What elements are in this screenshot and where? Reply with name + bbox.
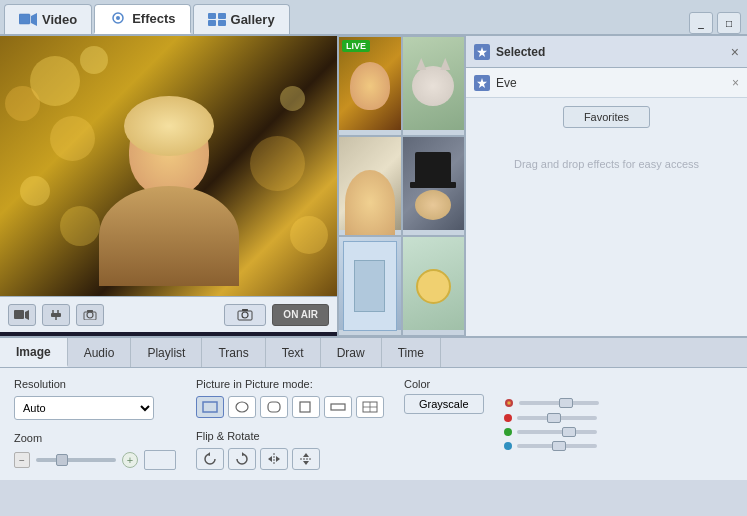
sub-tab-audio[interactable]: Audio: [68, 338, 132, 367]
sub-tab-audio-label: Audio: [84, 346, 115, 360]
tab-gallery[interactable]: Gallery: [193, 4, 290, 34]
bokeh-5: [20, 176, 50, 206]
zoom-plus-button[interactable]: +: [122, 452, 138, 468]
sub-tab-trans-label: Trans: [218, 346, 248, 360]
sub-tab-playlist-label: Playlist: [147, 346, 185, 360]
top-tab-bar: Video Effects Gallery _ □: [0, 0, 747, 36]
sub-tab-text[interactable]: Text: [266, 338, 321, 367]
svg-point-3: [116, 16, 120, 20]
star-icon: [477, 47, 487, 57]
thumb-hat-bg: [403, 137, 465, 230]
color-track-4[interactable]: [517, 444, 597, 448]
svg-rect-25: [300, 402, 310, 412]
selected-item-remove-button[interactable]: ×: [732, 76, 739, 90]
color-thumb-1[interactable]: [559, 398, 573, 408]
video-preview: ON AIR: [0, 36, 337, 336]
pip-grid-button[interactable]: [356, 396, 384, 418]
snapshot-source-button[interactable]: [76, 304, 104, 326]
thumb-hat[interactable]: [402, 136, 466, 236]
on-air-button[interactable]: ON AIR: [272, 304, 329, 326]
sub-tab-time-label: Time: [398, 346, 424, 360]
selected-item-icon: [474, 75, 490, 91]
color-slider-row-4: [504, 442, 599, 450]
source-button[interactable]: [42, 304, 70, 326]
svg-marker-34: [276, 456, 280, 462]
pip-oval-button[interactable]: [228, 396, 256, 418]
tab-effects[interactable]: Effects: [94, 4, 190, 34]
flip-vertical-button[interactable]: [292, 448, 320, 470]
color-track-1[interactable]: [519, 401, 599, 405]
svg-rect-4: [208, 13, 216, 19]
svg-rect-15: [84, 312, 96, 320]
on-air-label: ON AIR: [283, 309, 318, 320]
svg-marker-1: [31, 13, 37, 26]
favorites-button[interactable]: Favorites: [563, 106, 650, 128]
thumb-blonde[interactable]: [338, 136, 402, 236]
pip-group: Picture in Picture mode:: [196, 378, 384, 470]
sub-tab-playlist[interactable]: Playlist: [131, 338, 202, 367]
thumb-blonde-bg: [339, 137, 401, 230]
plug-icon: [49, 310, 63, 320]
blonde-shape: [345, 170, 395, 235]
zoom-label: Zoom: [14, 432, 176, 444]
rotate-cw-button[interactable]: [228, 448, 256, 470]
resolution-select[interactable]: Auto 640x480 1280x720: [14, 396, 154, 420]
cartoon-sun: [416, 269, 451, 304]
color-track-3[interactable]: [517, 430, 597, 434]
svg-rect-5: [218, 13, 226, 19]
flip-horizontal-button[interactable]: [260, 448, 288, 470]
svg-rect-10: [51, 313, 61, 317]
grayscale-button[interactable]: Grayscale: [404, 394, 484, 414]
minimize-button[interactable]: _: [689, 12, 713, 34]
color-thumb-2[interactable]: [547, 413, 561, 423]
webcam-button[interactable]: [8, 304, 36, 326]
color-slider-row-3: [504, 428, 599, 436]
selected-close-button[interactable]: ×: [731, 44, 739, 60]
thumb-cartoon[interactable]: [402, 236, 466, 336]
hair-shape: [124, 96, 214, 156]
gallery-icon: [208, 13, 226, 26]
sub-tab-draw[interactable]: Draw: [321, 338, 382, 367]
zoom-slider[interactable]: [36, 458, 116, 462]
bottom-section: Image Audio Playlist Trans Text Draw Tim…: [0, 336, 747, 480]
color-thumb-4[interactable]: [552, 441, 566, 451]
color-thumb-3[interactable]: [562, 427, 576, 437]
camera-small-icon: [83, 310, 97, 320]
zoom-slider-thumb[interactable]: [56, 454, 68, 466]
color-slider-row-1: [504, 398, 599, 408]
flip-rotate-label: Flip & Rotate: [196, 430, 384, 442]
zoom-minus-button[interactable]: −: [14, 452, 30, 468]
tab-video[interactable]: Video: [4, 4, 92, 34]
thumb-screen[interactable]: [338, 236, 402, 336]
thumb-cat-bg: [403, 37, 465, 130]
maximize-button[interactable]: □: [717, 12, 741, 34]
snapshot-button[interactable]: [224, 304, 266, 326]
sub-tab-text-label: Text: [282, 346, 304, 360]
resolution-group: Resolution Auto 640x480 1280x720 Zoom − …: [14, 378, 176, 470]
sub-tab-image[interactable]: Image: [0, 338, 68, 367]
color-track-2[interactable]: [517, 416, 597, 420]
pip-wide-icon: [330, 401, 346, 413]
pip-full-button[interactable]: [196, 396, 224, 418]
svg-point-23: [236, 402, 248, 412]
pip-buttons: [196, 396, 384, 418]
rotate-ccw-button[interactable]: [196, 448, 224, 470]
video-controls-bar: ON AIR: [0, 296, 337, 332]
svg-rect-24: [268, 402, 280, 412]
svg-point-40: [508, 402, 510, 404]
live-badge: LIVE: [342, 40, 370, 52]
color-label: Color: [404, 378, 484, 390]
webcam-icon: [14, 309, 30, 321]
camera-icon: [237, 308, 253, 321]
thumb-screen-bg: [339, 237, 401, 330]
sub-tab-trans[interactable]: Trans: [202, 338, 265, 367]
hat-face: [415, 190, 451, 220]
tab-effects-label: Effects: [132, 11, 175, 26]
sub-tab-time[interactable]: Time: [382, 338, 441, 367]
pip-wide-button[interactable]: [324, 396, 352, 418]
pip-round-button[interactable]: [260, 396, 288, 418]
bokeh-7: [250, 136, 305, 191]
thumb-live[interactable]: LIVE: [338, 36, 402, 136]
thumb-cat[interactable]: [402, 36, 466, 136]
pip-square-button[interactable]: [292, 396, 320, 418]
